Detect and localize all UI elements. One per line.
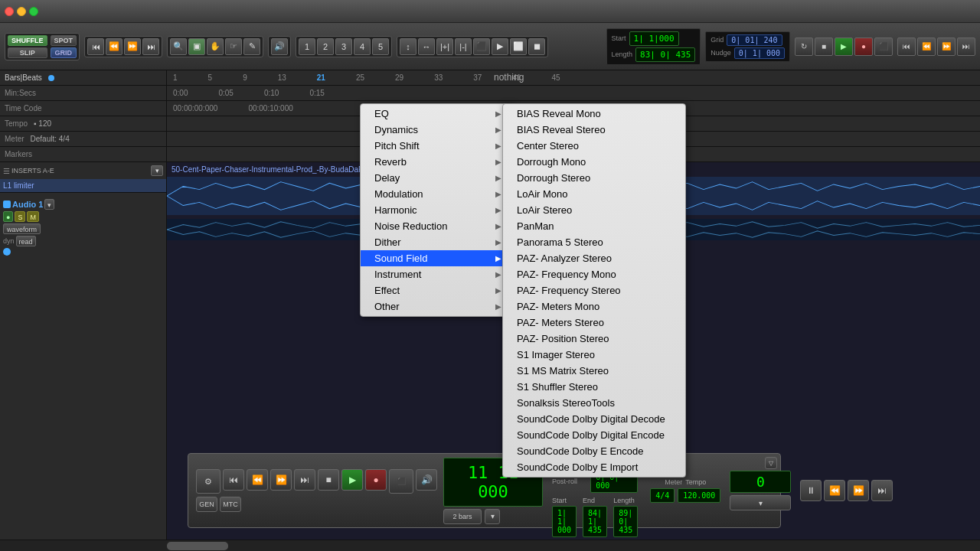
menu-item-other[interactable]: Other ▶ (361, 298, 512, 315)
menu-item-effect[interactable]: Effect ▶ (361, 282, 512, 298)
menu-item-dynamics[interactable]: Dynamics ▶ (361, 122, 512, 138)
menu-item-noise-reduction[interactable]: Noise Reduction ▶ (361, 218, 512, 234)
menu-item-sound-field[interactable]: Sound Field ▶ (361, 250, 512, 266)
submenu-paz-analyzer[interactable]: PAZ- Analyzer Stereo (503, 250, 685, 266)
submenu-dorrough-stereo[interactable]: Dorrough Stereo (503, 170, 685, 186)
submenu-center-stereo[interactable]: Center Stereo (503, 138, 685, 154)
submenu-sc-dolby-e-encode[interactable]: SoundCode Dolby E Encode (503, 443, 685, 459)
eq-arrow: ▶ (495, 109, 501, 118)
reverb-arrow: ▶ (495, 158, 501, 166)
submenu-panorama-5[interactable]: Panorama 5 Stereo (503, 234, 685, 250)
submenu-paz-freq-mono[interactable]: PAZ- Frequency Mono (503, 266, 685, 282)
submenu-sc-dolby-digital-decode[interactable]: SoundCode Dolby Digital Decode (503, 411, 685, 427)
menu-item-instrument[interactable]: Instrument ▶ (361, 266, 512, 282)
submenu-bias-reveal-stereo[interactable]: BIAS Reveal Stereo (503, 122, 685, 138)
submenu-loair-mono[interactable]: LoAir Mono (503, 186, 685, 202)
submenu-paz-meters-stereo[interactable]: PAZ- Meters Stereo (503, 315, 685, 331)
instrument-arrow: ▶ (495, 270, 501, 279)
submenu-bias-reveal-mono[interactable]: BIAS Reveal Mono (503, 106, 685, 122)
submenu-dorrough-mono[interactable]: Dorrough Mono (503, 154, 685, 170)
menu-overlay: EQ ▶ Dynamics ▶ Pitch Shift ▶ Reverb ▶ D… (0, 0, 980, 551)
menu-item-eq[interactable]: EQ ▶ (361, 106, 512, 122)
modulation-arrow: ▶ (495, 190, 501, 198)
submenu-sc-dolby-e-import[interactable]: SoundCode Dolby E Import (503, 459, 685, 475)
menu-item-delay[interactable]: Delay ▶ (361, 170, 512, 186)
submenu-sonalksis[interactable]: Sonalksis StereoTools (503, 395, 685, 411)
menu-item-pitch-shift[interactable]: Pitch Shift ▶ (361, 138, 512, 154)
submenu-s1-imager[interactable]: S1 Imager Stereo (503, 347, 685, 363)
submenu-sc-dolby-digital-encode[interactable]: SoundCode Dolby Digital Encode (503, 427, 685, 443)
menu-item-reverb[interactable]: Reverb ▶ (361, 154, 512, 170)
harmonic-arrow: ▶ (495, 206, 501, 214)
menu-item-harmonic[interactable]: Harmonic ▶ (361, 202, 512, 218)
submenu-panman[interactable]: PanMan (503, 218, 685, 234)
dither-arrow: ▶ (495, 238, 501, 246)
main-context-menu: EQ ▶ Dynamics ▶ Pitch Shift ▶ Reverb ▶ D… (360, 103, 513, 317)
other-arrow: ▶ (495, 302, 501, 311)
dynamics-arrow: ▶ (495, 126, 501, 134)
submenu-paz-meters-mono[interactable]: PAZ- Meters Mono (503, 298, 685, 315)
sound-field-submenu: BIAS Reveal Mono BIAS Reveal Stereo Cent… (502, 103, 686, 478)
delay-arrow: ▶ (495, 174, 501, 182)
submenu-paz-freq-stereo[interactable]: PAZ- Frequency Stereo (503, 282, 685, 298)
menu-item-modulation[interactable]: Modulation ▶ (361, 186, 512, 202)
submenu-s1-ms-matrix[interactable]: S1 MS Matrix Stereo (503, 363, 685, 379)
sound-field-arrow: ▶ (495, 254, 501, 262)
submenu-loair-stereo[interactable]: LoAir Stereo (503, 202, 685, 218)
noise-reduction-arrow: ▶ (495, 222, 501, 230)
submenu-s1-shuffler[interactable]: S1 Shuffler Stereo (503, 379, 685, 395)
submenu-paz-position[interactable]: PAZ- Position Stereo (503, 331, 685, 347)
effect-arrow: ▶ (495, 286, 501, 295)
menu-item-dither[interactable]: Dither ▶ (361, 234, 512, 250)
pitch-shift-arrow: ▶ (495, 142, 501, 150)
